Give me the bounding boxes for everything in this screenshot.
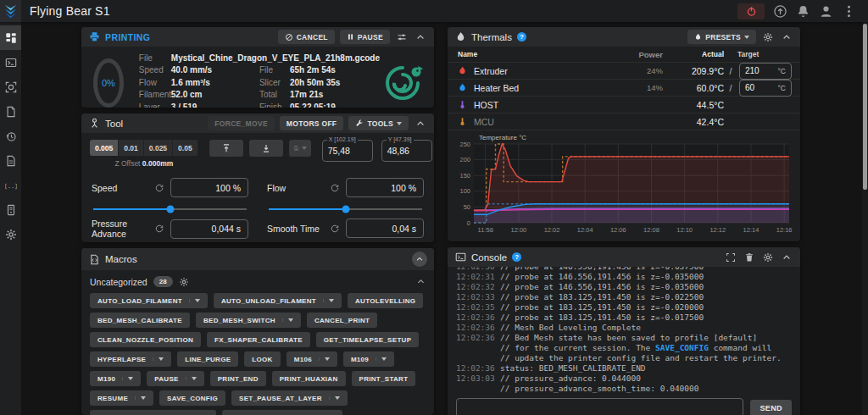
refresh-icon[interactable]: [154, 224, 164, 234]
refresh-icon[interactable]: [330, 183, 340, 193]
refresh-icon[interactable]: [154, 183, 164, 193]
macro-button-line_purge[interactable]: LINE_PURGE: [177, 351, 238, 367]
macro-button-resume[interactable]: RESUME: [90, 390, 153, 406]
macro-dropdown-caret[interactable]: [186, 377, 197, 380]
slider-value-input[interactable]: 0,044 s: [170, 219, 248, 239]
macro-button-get_timelapse_setup[interactable]: GET_TIMELAPSE_SETUP: [316, 332, 420, 347]
macro-dropdown-caret[interactable]: [282, 318, 293, 322]
macro-button-set_pause_next_layer[interactable]: SET_PAUSE_NEXT_LAYER: [90, 410, 216, 415]
macro-button-cancel_print[interactable]: CANCEL_PRINT: [307, 313, 377, 328]
app-logo[interactable]: [0, 0, 21, 22]
macro-dropdown-caret[interactable]: [122, 377, 133, 380]
motors-off-button[interactable]: MOTORS OFF: [280, 116, 344, 130]
notifications-button[interactable]: [796, 4, 810, 19]
macro-dropdown-caret[interactable]: [319, 357, 330, 361]
macro-group-collapse-icon[interactable]: [416, 277, 426, 286]
position-field[interactable]: X [102.19]75,48: [322, 140, 373, 162]
z-step-button[interactable]: 0.01: [119, 140, 144, 156]
macro-dropdown-caret[interactable]: [189, 299, 200, 302]
thermals-collapse-button[interactable]: [780, 30, 793, 44]
sidebar-item-settings[interactable]: [0, 222, 21, 246]
slider-track[interactable]: [93, 208, 247, 210]
z-step-button[interactable]: 0.025: [144, 140, 173, 156]
macro-button-bed_mesh_calibrate[interactable]: BED_MESH_CALIBRATE: [90, 313, 190, 328]
console-help-icon[interactable]: ?: [512, 252, 521, 262]
sidebar-item-config-files[interactable]: [0, 148, 21, 173]
console-clear-button[interactable]: [743, 251, 756, 264]
svg-text:12:00: 12:00: [510, 226, 526, 234]
z-offset-down-button[interactable]: [249, 140, 283, 157]
sidebar-item-console[interactable]: [0, 50, 21, 75]
sidebar-item-history[interactable]: [0, 124, 21, 148]
z-step-button[interactable]: 0.005: [90, 140, 119, 156]
macro-dropdown-caret[interactable]: [323, 299, 334, 302]
sidebar-item-printer-device[interactable]: [0, 197, 21, 222]
force-move-button[interactable]: FORCE_MOVE: [208, 116, 275, 130]
tool-collapse-button[interactable]: [414, 117, 427, 130]
macro-button-clean_nozzle_position[interactable]: CLEAN_NOZZLE_POSITION: [90, 332, 201, 347]
macro-dropdown-caret[interactable]: [135, 396, 146, 400]
macro-button-print_huaxian[interactable]: PRINT_HUAXIAN: [272, 371, 346, 386]
macro-button-print_start[interactable]: PRINT_START: [352, 371, 416, 386]
macro-button-m109[interactable]: M109: [343, 351, 394, 367]
macro-button-set_print_stats_info[interactable]: SET_PRINT_STATS_INFO: [222, 410, 342, 415]
upload-button[interactable]: [773, 4, 787, 19]
macro-dropdown-caret[interactable]: [153, 357, 164, 361]
macro-button-look[interactable]: LOOK: [244, 351, 280, 367]
pause-print-button[interactable]: PAUSE: [340, 30, 390, 44]
console-expand-button[interactable]: [724, 251, 737, 264]
slider-thumb[interactable]: [166, 206, 174, 213]
svg-text:150: 150: [459, 172, 470, 180]
slider-thumb[interactable]: [342, 206, 349, 213]
sidebar-item-dashboard[interactable]: [0, 25, 21, 50]
slider-value-input[interactable]: 0,04 s: [346, 219, 424, 238]
z-offset-save-button[interactable]: [289, 140, 311, 157]
account-button[interactable]: [819, 4, 833, 19]
macro-button-set_pause_at_layer[interactable]: SET_PAUSE_AT_LAYER: [231, 390, 348, 406]
macro-button-auto_load_filament[interactable]: AUTO_LOAD_FILAMENT: [90, 293, 208, 308]
bell-icon: [796, 4, 810, 19]
thermals-settings-button[interactable]: [761, 30, 775, 44]
macro-button-m190[interactable]: M190: [90, 371, 141, 386]
overflow-menu-button[interactable]: [842, 4, 856, 19]
macro-dropdown-caret[interactable]: [376, 357, 387, 361]
macro-button-m106[interactable]: M106: [287, 351, 337, 367]
slider-track[interactable]: [269, 208, 422, 210]
presets-button[interactable]: PRESETS: [687, 30, 756, 44]
sidebar-item-machine-config[interactable]: {..}: [0, 173, 21, 197]
target-temp-input[interactable]: 210°C: [739, 63, 792, 80]
slider-value-input[interactable]: 100 %: [170, 178, 248, 197]
console-collapse-button[interactable]: [780, 251, 793, 264]
macro-dropdown-caret[interactable]: [329, 396, 340, 400]
position-field[interactable]: Y [47.39]48,86: [381, 140, 432, 162]
z-step-button[interactable]: 0.05: [173, 140, 198, 156]
macro-group-settings-icon[interactable]: [179, 277, 189, 287]
console-input[interactable]: [456, 398, 743, 415]
send-button[interactable]: SEND: [750, 400, 792, 415]
macro-button-save_config[interactable]: SAVE_CONFIG: [159, 390, 225, 406]
refresh-icon[interactable]: [330, 224, 340, 234]
macro-button-autolevelling[interactable]: AUTOLEVELLING: [348, 293, 423, 308]
macros-collapse-button[interactable]: [412, 252, 427, 267]
scrollbar-thumb[interactable]: [863, 24, 867, 190]
macro-button-fx_shaper_calibrate[interactable]: FX_SHAPER_CALIBRATE: [207, 332, 310, 347]
thermals-help-icon[interactable]: ?: [517, 32, 526, 42]
tools-dropdown-button[interactable]: TOOLS: [348, 116, 409, 130]
macro-button-auto_unload_filament[interactable]: AUTO_UNLOAD_FILAMENT: [214, 293, 342, 308]
macro-button-pause[interactable]: PAUSE: [147, 371, 203, 386]
sidebar-item-webcam[interactable]: [0, 75, 21, 99]
exclude-object-button[interactable]: [395, 30, 409, 44]
console-log[interactable]: 12:02:30// probe at 146.556,191.456 is z…: [448, 267, 800, 394]
sidebar-item-gcode-files[interactable]: [0, 99, 21, 124]
slider-value-input[interactable]: 100 %: [346, 178, 424, 197]
page-scrollbar[interactable]: [862, 22, 868, 415]
emergency-stop-button[interactable]: [737, 3, 765, 19]
macro-button-hyperlapse[interactable]: HYPERLAPSE: [90, 351, 171, 367]
target-temp-input[interactable]: 60°C: [739, 80, 792, 97]
z-offset-up-button[interactable]: [209, 140, 243, 157]
macro-button-print_end[interactable]: PRINT_END: [210, 371, 266, 386]
console-settings-button[interactable]: [761, 251, 775, 264]
printing-collapse-button[interactable]: [414, 30, 427, 44]
cancel-print-button[interactable]: CANCEL: [278, 30, 335, 44]
macro-button-bed_mesh_switch[interactable]: BED_MESH_SWITCH: [196, 313, 301, 328]
